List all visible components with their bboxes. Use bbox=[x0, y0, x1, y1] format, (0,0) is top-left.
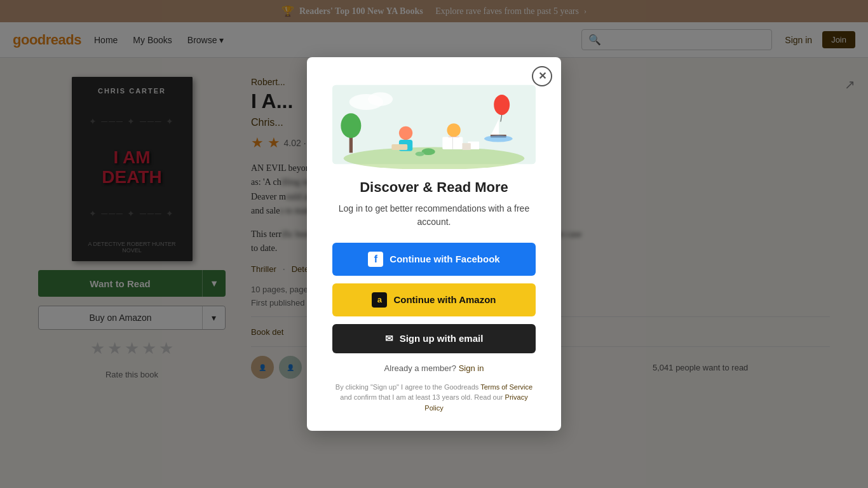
email-icon: ✉ bbox=[385, 333, 393, 344]
svg-point-21 bbox=[416, 151, 424, 156]
amazon-icon: a bbox=[372, 292, 387, 308]
modal-title: Discover & Read More bbox=[332, 179, 536, 196]
modal-illustration bbox=[332, 80, 536, 169]
facebook-icon: f bbox=[368, 252, 383, 267]
terms-of-service-link[interactable]: Terms of Service bbox=[480, 383, 532, 391]
modal-subtitle: Log in to get better recommendations wit… bbox=[332, 202, 536, 229]
svg-point-11 bbox=[447, 123, 460, 137]
svg-point-2 bbox=[368, 92, 393, 105]
amazon-signin-button[interactable]: a Continue with Amazon bbox=[332, 283, 536, 316]
already-member-text: Already a member? bbox=[384, 363, 456, 373]
email-btn-label: Sign up with email bbox=[400, 333, 484, 344]
modal-overlay[interactable]: ✕ bbox=[0, 0, 868, 488]
svg-point-6 bbox=[494, 95, 510, 115]
svg-point-5 bbox=[341, 113, 361, 138]
svg-rect-10 bbox=[391, 144, 407, 150]
svg-point-19 bbox=[484, 135, 512, 142]
modal: ✕ bbox=[307, 57, 561, 431]
email-signup-button[interactable]: ✉ Sign up with email bbox=[332, 324, 536, 353]
svg-point-8 bbox=[399, 126, 412, 139]
already-member-row: Already a member? Sign in bbox=[332, 363, 536, 373]
terms-text-2: and confirm that I am at least 13 years … bbox=[340, 393, 503, 401]
terms-text: By clicking "Sign up" I agree to the Goo… bbox=[332, 382, 536, 414]
svg-rect-16 bbox=[462, 143, 470, 150]
modal-svg bbox=[332, 80, 536, 169]
modal-signin-link[interactable]: Sign in bbox=[459, 363, 484, 373]
modal-subtitle-text: Log in to get better recommendations wit… bbox=[339, 203, 529, 227]
terms-text-1: By clicking "Sign up" I agree to the Goo… bbox=[336, 383, 479, 391]
facebook-signin-button[interactable]: f Continue with Facebook bbox=[332, 243, 536, 276]
facebook-btn-label: Continue with Facebook bbox=[390, 254, 499, 264]
amazon-btn-label: Continue with Amazon bbox=[393, 294, 496, 305]
